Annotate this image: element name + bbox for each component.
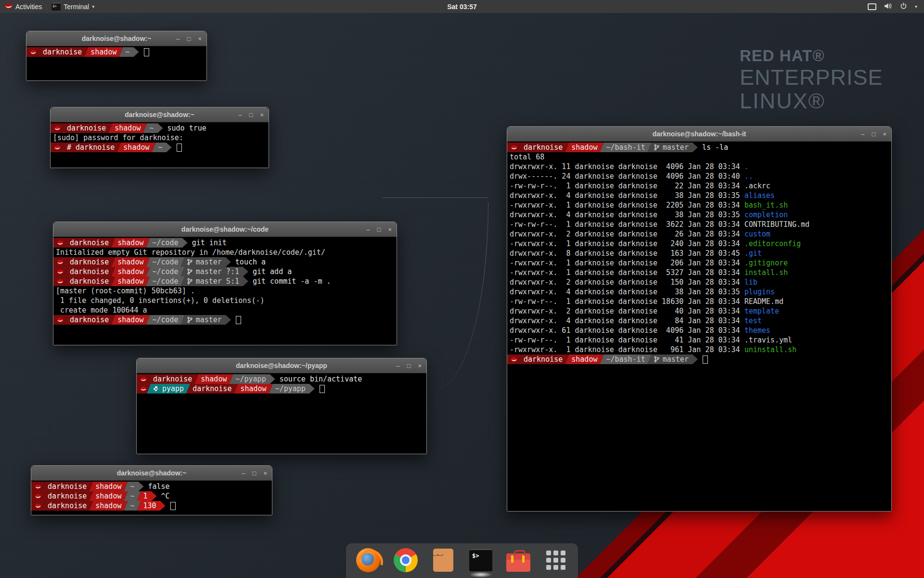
maximize-button[interactable]: □ bbox=[253, 470, 257, 476]
firefox-dock-icon[interactable] bbox=[356, 548, 381, 573]
redhat-icon bbox=[57, 269, 64, 275]
software-toolbox-dock-icon[interactable] bbox=[506, 548, 531, 573]
window-titlebar[interactable]: darknoise@shadow:~/pyapp–□× bbox=[137, 358, 426, 373]
terminal-app-icon: $> bbox=[51, 3, 61, 11]
prompt-segment: darknoise bbox=[517, 355, 569, 364]
terminal-window-4: darknoise@shadow:~/pyapp–□×darknoiseshad… bbox=[136, 358, 427, 454]
prompt-segment: master bbox=[648, 143, 698, 152]
prompt-line: darknoiseshadow~false bbox=[31, 482, 272, 491]
branch-icon bbox=[187, 268, 192, 275]
activities-button[interactable]: Activities bbox=[0, 0, 47, 13]
prompt-segment: shadow bbox=[84, 47, 123, 57]
close-button[interactable]: × bbox=[263, 470, 267, 476]
close-button[interactable]: × bbox=[198, 36, 202, 42]
output-line: Initialized empty Git repository in /hom… bbox=[53, 248, 397, 257]
window-titlebar[interactable]: darknoise@shadow:~–□× bbox=[51, 107, 269, 122]
window-title: darknoise@shadow:~ bbox=[51, 107, 269, 122]
minimize-button[interactable]: – bbox=[396, 363, 399, 369]
command-text: ^C bbox=[161, 492, 170, 500]
app-menu-label: Terminal bbox=[64, 3, 89, 11]
prompt-segment: darknoise bbox=[64, 267, 115, 276]
window-title: darknoise@shadow:~/code bbox=[53, 222, 397, 236]
system-status-area[interactable]: ▾ bbox=[868, 0, 924, 13]
window-titlebar[interactable]: darknoise@shadow:~–□× bbox=[31, 466, 272, 481]
prompt-segment: shadow bbox=[111, 257, 150, 267]
redhat-icon bbox=[511, 357, 517, 362]
terminal-content[interactable]: darknoiseshadow~/codegit initInitialized… bbox=[53, 237, 397, 345]
minimize-button[interactable]: – bbox=[242, 470, 245, 476]
close-button[interactable]: × bbox=[418, 363, 422, 369]
ls-row: -rw-rw-r--. 1 darknoise darknoise 3622 J… bbox=[507, 220, 891, 229]
redhat-icon bbox=[35, 503, 41, 509]
prompt-line: darknoiseshadow~/bash-itmaster bbox=[507, 355, 891, 364]
prompt-line: darknoiseshadow~/pyappsource bin/activat… bbox=[137, 374, 426, 384]
maximize-button[interactable]: □ bbox=[407, 363, 411, 369]
terminal-content[interactable]: darknoiseshadow~ bbox=[26, 46, 206, 80]
ls-row: -rwxrwxr-x. 1 darknoise darknoise 206 Ja… bbox=[507, 258, 891, 268]
prompt-segment: shadow bbox=[565, 355, 603, 364]
terminal-window-5: darknoise@shadow:~–□×darknoiseshadow~fal… bbox=[31, 465, 272, 515]
window-titlebar[interactable]: darknoise@shadow:~/code–□× bbox=[53, 222, 397, 237]
prompt-segment: 130 bbox=[137, 501, 166, 511]
prompt-segment: darknoise bbox=[41, 491, 93, 501]
chrome-dock-icon[interactable] bbox=[393, 548, 418, 573]
file-name: test bbox=[744, 316, 762, 325]
ls-row: -rwxrwxr-x. 1 darknoise darknoise 5327 J… bbox=[507, 268, 891, 277]
terminal-content[interactable]: darknoiseshadow~falsedarknoiseshadow~1^C… bbox=[31, 481, 272, 515]
prompt-segment: ~/pyapp bbox=[229, 374, 275, 384]
branch-icon bbox=[187, 259, 192, 265]
maximize-button[interactable]: □ bbox=[872, 131, 876, 137]
ls-row: -rwxrwxr-x. 1 darknoise darknoise 961 Ja… bbox=[507, 345, 891, 355]
prompt-segment: master S:1 bbox=[181, 276, 248, 286]
ls-row: drwxrwxr-x. 2 darknoise darknoise 40 Jan… bbox=[507, 306, 891, 316]
window-titlebar[interactable]: darknoise@shadow:~/bash-it–□× bbox=[507, 127, 891, 142]
ls-row: drwxrwxr-x. 8 darknoise darknoise 163 Ja… bbox=[507, 249, 891, 258]
minimize-button[interactable]: – bbox=[366, 226, 370, 233]
branch-icon bbox=[187, 316, 192, 323]
window-titlebar[interactable]: darknoise@shadow:~–□× bbox=[26, 31, 206, 46]
maximize-button[interactable]: □ bbox=[187, 36, 191, 42]
prompt-segment: shadow bbox=[565, 143, 603, 152]
close-button[interactable]: × bbox=[388, 226, 392, 233]
app-menu-button[interactable]: $> Terminal ▾ bbox=[47, 0, 99, 13]
prompt-segment: shadow bbox=[111, 238, 150, 248]
ls-row: -rw-rw-r--. 1 darknoise darknoise 22 Jan… bbox=[507, 181, 891, 191]
terminal-dock-icon[interactable]: $> bbox=[468, 548, 493, 573]
redhat-icon bbox=[35, 494, 41, 499]
maximize-button[interactable]: □ bbox=[377, 226, 381, 233]
terminal-window-6: darknoise@shadow:~/bash-it–□×darknoisesh… bbox=[507, 126, 892, 512]
minimize-button[interactable]: – bbox=[176, 36, 180, 42]
close-button[interactable]: × bbox=[883, 131, 886, 137]
maximize-button[interactable]: □ bbox=[249, 112, 253, 118]
redhat-icon bbox=[30, 50, 37, 55]
files-dock-icon[interactable] bbox=[431, 548, 456, 573]
terminal-content[interactable]: darknoiseshadow~/pyappsource bin/activat… bbox=[137, 373, 426, 454]
prompt-line: darknoiseshadow~1^C bbox=[31, 491, 272, 501]
python-icon bbox=[153, 386, 159, 392]
ls-row: -rw-rw-r--. 1 darknoise darknoise 18630 … bbox=[507, 297, 891, 306]
prompt-segment: master bbox=[648, 355, 698, 364]
minimize-button[interactable]: – bbox=[861, 131, 864, 137]
terminal-window-2: darknoise@shadow:~–□×darknoiseshadow~sud… bbox=[50, 107, 269, 168]
file-name: CONTRIBUTING.md bbox=[744, 220, 809, 229]
wallpaper-arc-curve bbox=[435, 202, 488, 389]
terminal-cursor bbox=[320, 385, 325, 393]
ls-row: drwxrwxr-x. 2 darknoise darknoise 26 Jan… bbox=[507, 229, 891, 239]
running-app-indicator bbox=[469, 572, 492, 578]
file-name: .. bbox=[744, 172, 753, 181]
desktop[interactable]: RED HAT® ENTERPRISE LINUX® Activities $>… bbox=[0, 0, 924, 578]
file-name: lib bbox=[744, 278, 757, 287]
command-text: git init bbox=[192, 238, 227, 247]
terminal-content[interactable]: darknoiseshadow~sudo true[sudo] password… bbox=[51, 122, 269, 168]
terminal-cursor bbox=[170, 502, 176, 510]
close-button[interactable]: × bbox=[260, 112, 264, 118]
ls-row: drwx------. 24 darknoise darknoise 4096 … bbox=[507, 171, 891, 181]
terminal-content[interactable]: darknoiseshadow~/bash-itmasterls -latota… bbox=[507, 142, 891, 511]
app-grid-dock-icon[interactable] bbox=[543, 548, 568, 573]
command-text: source bin/activate bbox=[280, 375, 362, 383]
minimize-button[interactable]: – bbox=[238, 112, 242, 118]
file-name: .editorconfig bbox=[744, 239, 801, 248]
redhat-icon bbox=[54, 145, 61, 150]
clock[interactable]: Sat 03:57 bbox=[0, 3, 924, 11]
prompt-segment: shadow bbox=[89, 501, 128, 511]
